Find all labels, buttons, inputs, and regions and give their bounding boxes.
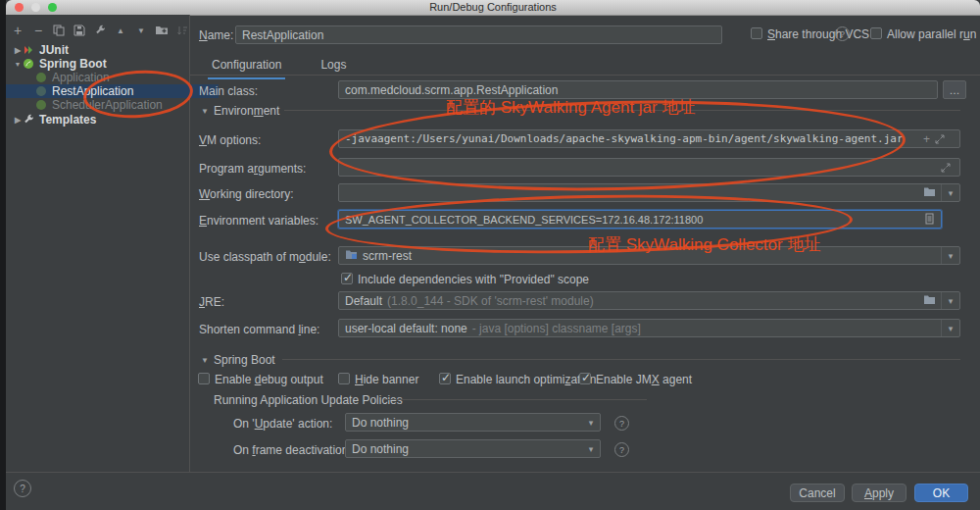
edit-templates-wrench-icon[interactable] xyxy=(92,23,108,38)
shorten-command-line-label: Shorten command line: xyxy=(199,323,319,336)
allow-parallel-label: Allow parallel run xyxy=(887,27,976,41)
update-policies-rule xyxy=(384,399,647,400)
chevron-down-icon[interactable]: ▾ xyxy=(941,292,959,309)
chevron-down-icon[interactable]: ▾ xyxy=(941,320,959,336)
environment-section-chevron-icon[interactable]: ▼ xyxy=(201,107,209,116)
shorten-hint: - java [options] classname [args] xyxy=(472,322,641,335)
spring-app-icon xyxy=(35,72,48,83)
enable-launch-optimization-label: Enable launch optimization xyxy=(456,373,596,386)
enable-jmx-agent-label: Enable JMX agent xyxy=(596,373,692,386)
ok-button[interactable]: OK xyxy=(914,484,968,502)
module-value: scrm-rest xyxy=(363,249,412,263)
tab-bar: Configuration Logs xyxy=(208,55,350,79)
titlebar: Run/Debug Configurations xyxy=(6,0,980,16)
save-configuration-icon[interactable] xyxy=(72,23,87,38)
vm-options-label: VM options: xyxy=(199,133,261,147)
tree-item-label: RestApplication xyxy=(52,84,133,98)
chevron-down-icon[interactable]: ▾ xyxy=(582,440,600,457)
browse-main-class-button[interactable]: … xyxy=(943,80,966,99)
tree-item-scheduler-application[interactable]: SchedulerApplication xyxy=(6,98,219,112)
on-update-help-icon[interactable]: ? xyxy=(614,416,629,431)
on-frame-help-icon[interactable]: ? xyxy=(614,442,629,457)
spring-boot-section-title: Spring Boot xyxy=(214,353,275,367)
include-provided-checkbox[interactable] xyxy=(341,273,353,284)
jre-label: JRE: xyxy=(199,295,224,309)
edit-variables-icon[interactable] xyxy=(925,211,934,229)
sort-configurations-icon xyxy=(174,23,190,38)
environment-section-rule xyxy=(284,110,960,111)
on-update-action-label: On 'Update' action: xyxy=(233,417,332,431)
environment-variables-input[interactable] xyxy=(338,210,942,229)
add-vm-option-icon[interactable]: + xyxy=(923,132,930,146)
jre-hint: (1.8.0_144 - SDK of 'scrm-rest' module) xyxy=(387,294,918,308)
tree-item-rest-application[interactable]: RestApplication xyxy=(6,84,219,98)
add-configuration-icon[interactable]: + xyxy=(10,23,25,38)
share-vcs-checkbox[interactable] xyxy=(751,27,762,39)
tree-item-label: Spring Boot xyxy=(39,57,107,71)
tree-item-spring-boot[interactable]: ▼ Spring Boot xyxy=(6,57,189,71)
enable-debug-output-checkbox[interactable] xyxy=(198,373,210,384)
move-up-icon[interactable]: ▲ xyxy=(113,23,128,38)
share-vcs-help-icon[interactable]: ? xyxy=(835,26,850,41)
chevron-down-icon[interactable]: ▾ xyxy=(582,414,600,431)
chevron-right-icon[interactable]: ▶ xyxy=(13,116,23,125)
program-arguments-label: Program arguments: xyxy=(199,162,306,176)
templates-wrench-icon xyxy=(23,114,35,126)
jre-combo[interactable]: Default (1.8.0_144 - SDK of 'scrm-rest' … xyxy=(338,291,960,310)
environment-variables-label: Environment variables: xyxy=(199,214,318,228)
dialog-help-icon[interactable]: ? xyxy=(14,480,31,497)
tree-item-label: JUnit xyxy=(39,43,69,57)
tree-item-junit[interactable]: ▶ JUnit xyxy=(6,43,189,57)
copy-configuration-icon[interactable] xyxy=(51,23,67,38)
module-icon xyxy=(345,249,358,263)
junit-icon xyxy=(23,44,35,56)
hide-banner-checkbox[interactable] xyxy=(338,373,350,384)
footer-separator xyxy=(6,472,980,473)
update-policies-title: Running Application Update Policies xyxy=(214,393,403,407)
spring-boot-section-rule xyxy=(282,359,960,360)
main-class-input[interactable] xyxy=(338,80,938,99)
move-down-icon[interactable]: ▼ xyxy=(133,23,149,38)
working-directory-combo[interactable]: ▾ xyxy=(338,183,960,202)
tree-item-application[interactable]: Application xyxy=(6,71,219,84)
enable-jmx-agent-checkbox[interactable] xyxy=(579,373,591,384)
folder-icon[interactable] xyxy=(923,294,936,308)
annotation-agent-note: 配置的 SkyWalking Agent jar 地址 xyxy=(446,96,695,119)
on-frame-deactivation-combo[interactable]: Do nothing ▾ xyxy=(345,439,601,458)
tab-configuration[interactable]: Configuration xyxy=(208,55,285,79)
main-class-label: Main class: xyxy=(199,84,258,98)
name-input[interactable] xyxy=(235,26,722,44)
on-frame-deactivation-label: On frame deactivation: xyxy=(233,443,352,457)
spring-boot-section-chevron-icon[interactable]: ▼ xyxy=(201,356,209,365)
tab-separator xyxy=(190,75,980,76)
chevron-down-icon[interactable]: ▾ xyxy=(941,247,959,264)
tree-item-templates[interactable]: ▶ Templates xyxy=(6,113,189,127)
program-arguments-input[interactable] xyxy=(338,158,960,177)
chevron-right-icon[interactable]: ▶ xyxy=(13,46,23,55)
tree-item-label: Templates xyxy=(39,113,96,127)
window-title: Run/Debug Configurations xyxy=(6,1,980,13)
share-vcs-label: Share through VCS xyxy=(767,27,869,41)
expand-field-icon[interactable] xyxy=(935,130,945,148)
enable-launch-optimization-checkbox[interactable] xyxy=(439,373,451,384)
allow-parallel-checkbox[interactable] xyxy=(870,27,882,39)
apply-button[interactable]: Apply xyxy=(852,484,906,502)
on-update-action-combo[interactable]: Do nothing ▾ xyxy=(345,413,601,432)
folder-icon[interactable] xyxy=(923,186,936,200)
chevron-down-icon[interactable]: ▼ xyxy=(13,61,23,68)
enable-debug-output-label: Enable debug output xyxy=(215,373,323,386)
vm-options-input[interactable] xyxy=(338,129,960,148)
expand-field-icon[interactable] xyxy=(941,159,951,177)
cancel-button[interactable]: Cancel xyxy=(790,484,845,502)
shorten-command-line-combo[interactable]: user-local default: none - java [options… xyxy=(338,319,960,337)
module-combo[interactable]: scrm-rest ▾ xyxy=(338,246,960,265)
name-label: Name: xyxy=(199,28,233,42)
shorten-value: user-local default: none xyxy=(345,322,467,335)
new-folder-icon[interactable] xyxy=(154,23,170,38)
tree-item-label: Application xyxy=(52,71,110,84)
tab-logs[interactable]: Logs xyxy=(317,55,350,79)
environment-section-title: Environment xyxy=(214,104,279,118)
chevron-down-icon[interactable]: ▾ xyxy=(941,184,959,201)
remove-configuration-icon[interactable]: − xyxy=(30,23,46,38)
on-frame-deactivation-value: Do nothing xyxy=(352,442,409,456)
